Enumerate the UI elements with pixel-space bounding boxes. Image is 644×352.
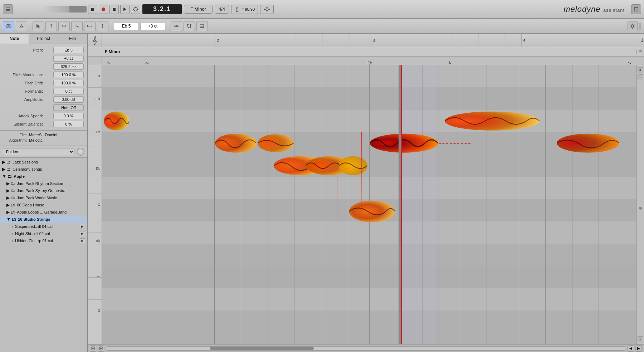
browser-item-apple-loops[interactable]: ▶ 🗂 Apple Loops ... GarageBand (0, 209, 87, 216)
browser-file-suspended[interactable]: ♪ Suspended...ill 04.caf ▶ (0, 223, 87, 230)
note-off-button[interactable]: Note Off (53, 104, 84, 111)
note-canvas[interactable] (102, 65, 636, 344)
browser-item-deep-house[interactable]: ▶ 🗂 06 Deep House (0, 201, 87, 209)
routing-button[interactable] (260, 5, 274, 14)
cents-value[interactable]: +8 ct (53, 55, 84, 62)
scroll-right-button[interactable]: ▶ (635, 345, 642, 352)
treble-clef-icon: 𝄞 (92, 36, 97, 44)
folder-icon: ▼ 🗂 (6, 217, 16, 222)
browser-item-celemony[interactable]: ▶ 🗂 Celemony songs (0, 166, 87, 173)
section-highlight-1 (399, 65, 436, 344)
key-options-icon (638, 50, 643, 54)
settings-button[interactable] (628, 21, 638, 31)
browser-file-hidden[interactable]: ♪ Hidden Clu...rp 01.caf ▶ (0, 237, 87, 244)
note-blob-8[interactable] (369, 132, 439, 154)
scroll-thumb[interactable] (210, 347, 314, 350)
attack-speed-label: Attack Speed: (4, 114, 43, 118)
browser-item-jam-world[interactable]: ▶ 🗂 Jam Pack World Music (0, 194, 87, 201)
scroll-dot (639, 207, 642, 210)
zoom-in-button[interactable] (98, 345, 104, 352)
note-blob-9[interactable] (444, 110, 540, 132)
pitch-snap-button[interactable] (58, 21, 70, 31)
file-play-button[interactable]: ▶ (80, 224, 85, 229)
pitch-up-button[interactable] (45, 21, 57, 31)
pitch-drift-value[interactable]: 100.0 % (53, 80, 84, 86)
toolbar-expand-handle[interactable] (639, 23, 641, 30)
file-play-button[interactable]: ▶ (80, 231, 85, 236)
quantize-button[interactable] (196, 21, 208, 31)
browser-item-studio-strings[interactable]: ▼ 🗂 16 Studio Strings (0, 216, 87, 223)
time-signature[interactable]: 4/4 (215, 5, 229, 14)
file-play-button[interactable]: ▶ (80, 238, 85, 243)
scroll-left-button[interactable]: ◀ (628, 345, 634, 352)
tab-project[interactable]: Project (29, 34, 58, 44)
magnet-button[interactable] (184, 21, 195, 31)
tab-note[interactable]: Note (0, 34, 29, 44)
browser-knob[interactable] (77, 148, 84, 156)
sidebar-toggle-button[interactable] (3, 4, 13, 14)
right-sidebar-btn-2[interactable]: — (638, 74, 643, 80)
stop-button[interactable] (109, 5, 119, 14)
right-sidebar-btn-1[interactable]: ≡ (638, 67, 643, 73)
tab-file[interactable]: File (58, 34, 87, 44)
horizontal-scrollbar[interactable] (106, 346, 626, 351)
right-sidebar-btn-zoom[interactable]: + (638, 336, 643, 342)
note-blob-3[interactable] (257, 132, 294, 154)
attack-speed-value[interactable]: 0.0 % (53, 113, 84, 119)
svg-point-21 (8, 25, 10, 27)
select-icon (35, 23, 42, 29)
amplitude-value[interactable]: 0.00 dB (53, 96, 84, 103)
pitch-value[interactable]: Eb 5 (53, 47, 84, 53)
formants-value[interactable]: 0 ct (53, 88, 84, 94)
sibilant-value[interactable]: 0 % (53, 121, 84, 127)
progress-bar[interactable] (44, 6, 87, 13)
note-blob-10[interactable] (556, 132, 620, 154)
file-row: File: MaterS...Domini (4, 133, 84, 137)
folder-icon: ▶ 🗂 (6, 210, 15, 215)
svg-point-39 (177, 25, 179, 27)
note-off-row: Note Off (4, 104, 84, 111)
record-button[interactable] (99, 5, 108, 14)
note-extension-line (439, 143, 471, 144)
folder-selector[interactable]: Folders (3, 148, 74, 155)
hz-value[interactable]: 625.2 Hz (53, 63, 84, 70)
edit-tool-icon (18, 23, 25, 29)
chord-c-minor-2: c- (628, 61, 631, 65)
browser-tree: ▶ 🗂 Jazz Sessions ▶ 🗂 Celemony songs ▼ 🗂… (0, 158, 87, 352)
browser-item-jam-rhythm[interactable]: ▶ 🗂 Jam Pack Rhythm Section (0, 180, 87, 187)
playhead[interactable] (401, 65, 402, 344)
key-options-button[interactable] (636, 50, 644, 54)
browser-item-label: 16 Studio Strings (18, 217, 50, 221)
cents-display: +8 ct (140, 22, 165, 30)
tempo-display[interactable]: = 98.90 (231, 5, 258, 14)
ruler-marks[interactable]: 2 3 4 (102, 34, 640, 47)
browser-item-jam-symphony[interactable]: ▶ 🗂 Jam Pack Sy...ny Orchestra (0, 187, 87, 194)
formants-label: Formants: (4, 89, 43, 93)
edit-tool-button[interactable] (16, 21, 27, 31)
window-expand-button[interactable] (631, 4, 641, 14)
loop-button[interactable] (131, 5, 140, 14)
note-blob-6[interactable] (337, 155, 369, 177)
note-properties: Pitch: Eb 5 +8 ct 625.2 Hz Pitch Modulat… (0, 44, 87, 130)
browser-file-night[interactable]: ♪ Night Shi...ell 02.caf ▶ (0, 230, 87, 237)
ruler: 𝄞 2 3 4 ♩ (88, 34, 644, 47)
beat-line (241, 65, 241, 344)
key-display[interactable]: F Minor (184, 5, 213, 14)
time-tool-button[interactable] (71, 21, 83, 31)
distribute-button[interactable] (171, 21, 182, 31)
note-blob-2[interactable] (214, 132, 257, 154)
pitch-mod-value[interactable]: 100.0 % (53, 72, 84, 78)
amplitude-tool-button[interactable] (97, 21, 108, 31)
zoom-out-button[interactable] (90, 345, 96, 352)
ruler-right-icon: ♩ (640, 34, 644, 47)
note-blob-1[interactable] (103, 110, 130, 132)
note-blob-7[interactable] (348, 199, 396, 224)
pitch-tool-button[interactable] (3, 21, 14, 31)
extend-tool-button[interactable] (84, 21, 96, 31)
browser-item-apple[interactable]: ▼ 🗂 Apple (0, 173, 87, 180)
play-button[interactable] (120, 5, 130, 14)
select-tool-button[interactable] (33, 21, 44, 31)
chord-c-minor-1: c- (145, 61, 148, 65)
beat-line (487, 65, 487, 344)
browser-item-jazz-sessions[interactable]: ▶ 🗂 Jazz Sessions (0, 158, 87, 166)
